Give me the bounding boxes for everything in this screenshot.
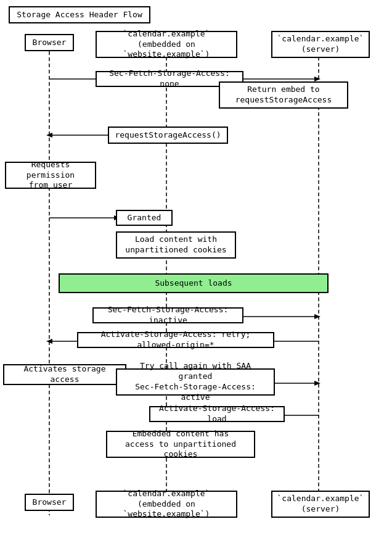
- embed1-box: `calendar.example` (embedded on `website…: [96, 31, 237, 58]
- svg-marker-14: [314, 314, 321, 319]
- activate-retry-box: Activate-Storage-Access: retry; allowed-…: [77, 332, 274, 348]
- return-embed-box: Return embed to requestStorageAccess: [219, 81, 348, 109]
- svg-marker-16: [46, 339, 52, 344]
- activates-storage-box: Activates storage access: [3, 364, 126, 385]
- browser1-box: Browser: [25, 34, 74, 51]
- title-box: Storage Access Header Flow: [9, 6, 150, 23]
- load-content-box: Load content with unpartitioned cookies: [116, 231, 236, 259]
- requests-perm-box: Requests permission from user: [5, 162, 96, 189]
- svg-marker-8: [46, 133, 52, 138]
- svg-marker-19: [314, 381, 321, 386]
- sec-fetch-inactive-box: Sec-Fetch-Storage-Access: inactive: [92, 307, 243, 323]
- diagram-container: Storage Access Header Flow Browser `cale…: [0, 0, 392, 548]
- embedded-content-box: Embedded content has access to unpartiti…: [106, 431, 255, 458]
- activate-load-box: Activate-Storage-Access: load: [149, 406, 285, 422]
- server1-box: `calendar.example` (server): [271, 31, 370, 58]
- granted-box: Granted: [116, 210, 173, 226]
- embed2-box: `calendar.example` (embedded on `website…: [96, 491, 237, 518]
- server2-box: `calendar.example` (server): [271, 491, 370, 518]
- svg-marker-4: [314, 77, 321, 81]
- subsequent-loads-box: Subsequent loads: [59, 273, 329, 293]
- request-storage-box: requestStorageAccess(): [108, 127, 228, 144]
- try-call-again-box: Try call again with SAA granted Sec-Fetc…: [116, 368, 275, 396]
- browser2-box: Browser: [25, 494, 74, 511]
